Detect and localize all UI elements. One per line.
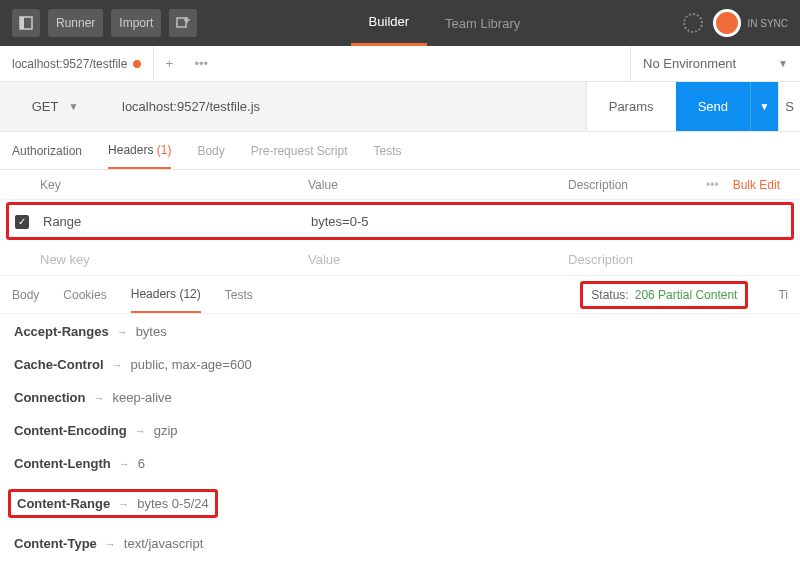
resp-tab-body[interactable]: Body [12,276,39,313]
response-status: Status: 206 Partial Content [580,281,748,309]
arrow-right-icon: → [94,392,105,404]
header-value-placeholder[interactable]: Value [308,252,568,267]
response-header-row: Content-Length→6 [14,456,786,471]
arrow-right-icon: → [117,326,128,338]
status-label: Status: [591,288,628,302]
response-header-row: Content-Range→bytes 0-5/24 [8,489,218,518]
sync-status-icon[interactable] [683,13,703,33]
response-time-stub: Ti [778,288,788,302]
response-header-name: Connection [14,390,86,405]
params-button[interactable]: Params [586,82,676,131]
status-code: 206 Partial Content [635,288,738,302]
request-section-tabs: Authorization Headers (1) Body Pre-reque… [0,132,800,170]
app-header: Runner Import Builder Team Library IN SY… [0,0,800,46]
resp-tab-headers[interactable]: Headers (12) [131,276,201,313]
sync-status-text: IN SYNC [747,18,788,29]
tab-options-button[interactable]: ••• [184,56,218,71]
response-header-value: bytes 0-5/24 [137,496,209,511]
save-button[interactable]: S [778,82,800,131]
unsaved-dot-icon [133,60,141,68]
svg-rect-1 [20,17,24,29]
header-value[interactable]: bytes=0-5 [311,214,571,229]
chevron-down-icon: ▼ [778,58,788,69]
arrow-right-icon: → [118,498,129,510]
response-header-name: Content-Range [17,496,110,511]
send-options-button[interactable]: ▼ [750,82,778,131]
response-section-tabs: Body Cookies Headers (12) Tests Status: … [0,276,800,314]
response-header-row: Content-Type→text/javascript [14,536,786,551]
user-avatar-icon [713,9,741,37]
request-tab-label: localhost:9527/testfile [12,57,127,71]
resp-tab-headers-count: (12) [179,287,200,301]
response-header-name: Accept-Ranges [14,324,109,339]
response-header-row: Connection→keep-alive [14,390,786,405]
http-method-select[interactable]: GET ▼ [0,82,110,131]
chevron-down-icon: ▼ [760,101,770,112]
header-key-placeholder[interactable]: New key [40,252,308,267]
environment-label: No Environment [643,56,736,71]
header-row-placeholder[interactable]: New key Value Description [0,244,800,276]
runner-button[interactable]: Runner [48,9,103,37]
response-headers-list: Accept-Ranges→bytesCache-Control→public,… [0,314,800,561]
highlighted-header-row: ✓ Range bytes=0-5 [6,202,794,240]
tab-authorization[interactable]: Authorization [12,132,82,169]
resp-tab-cookies[interactable]: Cookies [63,276,106,313]
tab-tests[interactable]: Tests [373,132,401,169]
request-tab-bar: localhost:9527/testfile + ••• No Environ… [0,46,800,82]
response-header-row: Cache-Control→public, max-age=600 [14,357,786,372]
header-key[interactable]: Range [43,214,311,229]
response-header-name: Cache-Control [14,357,104,372]
nav-tab-team-library[interactable]: Team Library [427,0,538,46]
arrow-right-icon: → [105,538,116,550]
environment-select[interactable]: No Environment ▼ [630,46,800,81]
add-tab-button[interactable]: + [154,46,184,81]
http-method-label: GET [32,99,59,114]
response-header-row: Accept-Ranges→bytes [14,324,786,339]
col-key-label: Key [40,178,308,192]
nav-tab-builder[interactable]: Builder [351,0,427,46]
arrow-right-icon: → [119,458,130,470]
import-button[interactable]: Import [111,9,161,37]
col-value-label: Value [308,178,568,192]
tab-headers-count: (1) [157,143,172,157]
response-header-name: Content-Length [14,456,111,471]
headers-table-head: Key Value Description ••• Bulk Edit [0,170,800,200]
response-header-value: gzip [154,423,178,438]
resp-tab-tests[interactable]: Tests [225,276,253,313]
response-header-value: text/javascript [124,536,203,551]
sidebar-toggle-button[interactable] [12,9,40,37]
response-header-value: keep-alive [113,390,172,405]
new-tab-button[interactable] [169,9,197,37]
request-url-row: GET ▼ Params Send ▼ S [0,82,800,132]
resp-tab-headers-label: Headers [131,287,176,301]
tab-headers-label: Headers [108,143,153,157]
response-header-value: bytes [136,324,167,339]
url-input[interactable] [110,82,586,131]
bulk-edit-link[interactable]: Bulk Edit [733,178,780,192]
header-desc-placeholder[interactable]: Description [568,252,788,267]
request-tab[interactable]: localhost:9527/testfile [0,46,154,81]
sync-badge[interactable]: IN SYNC [713,9,788,37]
request-headers-table: Key Value Description ••• Bulk Edit ✓ Ra… [0,170,800,276]
header-enable-checkbox[interactable]: ✓ [15,215,29,229]
response-header-name: Content-Encoding [14,423,127,438]
tab-headers[interactable]: Headers (1) [108,132,171,169]
arrow-right-icon: → [135,425,146,437]
response-header-row: Content-Encoding→gzip [14,423,786,438]
response-header-value: public, max-age=600 [131,357,252,372]
response-header-value: 6 [138,456,145,471]
tab-pre-request[interactable]: Pre-request Script [251,132,348,169]
tab-body[interactable]: Body [197,132,224,169]
response-header-name: Content-Type [14,536,97,551]
chevron-down-icon: ▼ [68,101,78,112]
header-row[interactable]: ✓ Range bytes=0-5 [9,205,791,237]
col-desc-label: Description [568,178,706,192]
send-button[interactable]: Send [676,82,750,131]
arrow-right-icon: → [112,359,123,371]
header-options-button[interactable]: ••• [706,178,719,192]
